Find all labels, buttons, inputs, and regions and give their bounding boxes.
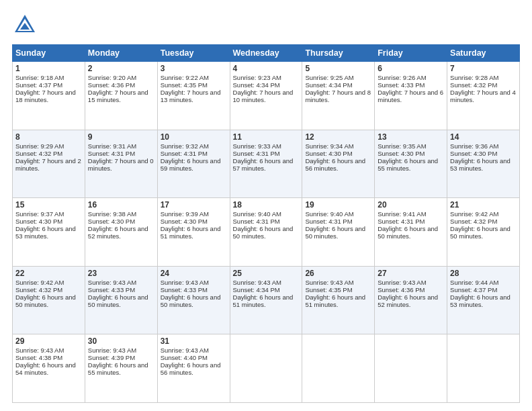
calendar-day-cell: 5Sunrise: 9:25 AMSunset: 4:34 PMDaylight… xyxy=(302,62,375,130)
day-number: 15 xyxy=(15,200,82,210)
calendar-day-cell: 2Sunrise: 9:20 AMSunset: 4:36 PMDaylight… xyxy=(85,62,157,130)
calendar-day-cell: 24Sunrise: 9:43 AMSunset: 4:33 PMDayligh… xyxy=(157,266,230,334)
daylight-text: Daylight: 6 hours and 54 minutes. xyxy=(15,361,76,376)
sunset-text: Sunset: 4:40 PM xyxy=(161,354,208,361)
daylight-text: Daylight: 6 hours and 55 minutes. xyxy=(88,361,148,376)
day-number: 8 xyxy=(15,132,82,142)
calendar-day-cell: 30Sunrise: 9:43 AMSunset: 4:39 PMDayligh… xyxy=(85,334,157,403)
weekday-header: Wednesday xyxy=(230,45,302,62)
header-row: SundayMondayTuesdayWednesdayThursdayFrid… xyxy=(13,45,520,62)
sunrise-text: Sunrise: 9:39 AM xyxy=(161,210,209,218)
sunset-text: Sunset: 4:35 PM xyxy=(161,81,208,89)
day-number: 29 xyxy=(15,336,82,346)
calendar-day-cell: 26Sunrise: 9:43 AMSunset: 4:35 PMDayligh… xyxy=(302,266,375,334)
daylight-text: Daylight: 7 hours and 8 minutes. xyxy=(305,89,371,103)
sunset-text: Sunset: 4:36 PM xyxy=(88,81,135,89)
sunrise-text: Sunrise: 9:43 AM xyxy=(15,347,64,354)
day-number: 20 xyxy=(378,200,444,210)
sunset-text: Sunset: 4:37 PM xyxy=(15,81,62,89)
calendar-day-cell: 17Sunrise: 9:39 AMSunset: 4:30 PMDayligh… xyxy=(157,198,230,267)
daylight-text: Daylight: 6 hours and 51 minutes. xyxy=(233,293,294,308)
sunset-text: Sunset: 4:34 PM xyxy=(233,286,280,293)
day-number: 9 xyxy=(88,132,154,142)
weekday-header: Friday xyxy=(375,45,447,62)
daylight-text: Daylight: 6 hours and 52 minutes. xyxy=(378,293,438,308)
calendar-day-cell: 28Sunrise: 9:44 AMSunset: 4:37 PMDayligh… xyxy=(447,266,520,334)
logo xyxy=(12,12,40,38)
page: SundayMondayTuesdayWednesdayThursdayFrid… xyxy=(0,0,532,411)
sunset-text: Sunset: 4:39 PM xyxy=(88,354,135,361)
daylight-text: Daylight: 6 hours and 51 minutes. xyxy=(161,225,221,240)
daylight-text: Daylight: 7 hours and 4 minutes. xyxy=(450,89,516,103)
sunset-text: Sunset: 4:38 PM xyxy=(15,354,62,361)
calendar-day-cell xyxy=(375,334,447,403)
calendar-day-cell: 31Sunrise: 9:43 AMSunset: 4:40 PMDayligh… xyxy=(157,334,230,403)
sunset-text: Sunset: 4:32 PM xyxy=(15,150,62,157)
sunset-text: Sunset: 4:34 PM xyxy=(233,81,280,89)
logo-icon xyxy=(12,12,38,38)
sunset-text: Sunset: 4:37 PM xyxy=(450,286,497,293)
sunrise-text: Sunrise: 9:35 AM xyxy=(378,142,426,150)
calendar-day-cell: 3Sunrise: 9:22 AMSunset: 4:35 PMDaylight… xyxy=(157,62,230,130)
calendar-table: SundayMondayTuesdayWednesdayThursdayFrid… xyxy=(12,44,520,403)
calendar-week-row: 15Sunrise: 9:37 AMSunset: 4:30 PMDayligh… xyxy=(13,198,520,267)
day-number: 2 xyxy=(88,64,154,73)
daylight-text: Daylight: 7 hours and 18 minutes. xyxy=(15,89,76,103)
calendar-day-cell: 27Sunrise: 9:43 AMSunset: 4:36 PMDayligh… xyxy=(375,266,447,334)
sunset-text: Sunset: 4:36 PM xyxy=(378,286,425,293)
calendar-day-cell xyxy=(302,334,375,403)
sunrise-text: Sunrise: 9:43 AM xyxy=(233,279,281,286)
sunset-text: Sunset: 4:32 PM xyxy=(450,218,497,225)
daylight-text: Daylight: 6 hours and 57 minutes. xyxy=(233,157,294,172)
sunset-text: Sunset: 4:32 PM xyxy=(15,286,62,293)
calendar-day-cell: 20Sunrise: 9:41 AMSunset: 4:31 PMDayligh… xyxy=(375,198,447,267)
day-number: 23 xyxy=(88,269,154,278)
day-number: 10 xyxy=(161,132,227,142)
daylight-text: Daylight: 7 hours and 6 minutes. xyxy=(378,89,443,103)
daylight-text: Daylight: 7 hours and 0 minutes. xyxy=(88,157,154,172)
sunrise-text: Sunrise: 9:43 AM xyxy=(88,279,136,286)
daylight-text: Daylight: 6 hours and 53 minutes. xyxy=(15,225,76,240)
sunrise-text: Sunrise: 9:37 AM xyxy=(15,210,64,218)
calendar-day-cell: 21Sunrise: 9:42 AMSunset: 4:32 PMDayligh… xyxy=(447,198,520,267)
sunset-text: Sunset: 4:30 PM xyxy=(15,218,62,225)
calendar-day-cell: 8Sunrise: 9:29 AMSunset: 4:32 PMDaylight… xyxy=(13,130,85,198)
day-number: 28 xyxy=(450,269,517,278)
daylight-text: Daylight: 7 hours and 13 minutes. xyxy=(161,89,221,103)
sunrise-text: Sunrise: 9:25 AM xyxy=(305,74,353,81)
calendar-day-cell: 6Sunrise: 9:26 AMSunset: 4:33 PMDaylight… xyxy=(375,62,447,130)
weekday-header: Saturday xyxy=(447,45,520,62)
calendar-day-cell: 12Sunrise: 9:34 AMSunset: 4:30 PMDayligh… xyxy=(302,130,375,198)
sunrise-text: Sunrise: 9:18 AM xyxy=(15,74,64,81)
sunrise-text: Sunrise: 9:23 AM xyxy=(233,74,281,81)
calendar-day-cell xyxy=(447,334,520,403)
sunrise-text: Sunrise: 9:38 AM xyxy=(88,210,136,218)
sunset-text: Sunset: 4:31 PM xyxy=(305,218,352,225)
sunset-text: Sunset: 4:30 PM xyxy=(378,150,425,157)
sunset-text: Sunset: 4:31 PM xyxy=(233,150,280,157)
calendar-day-cell: 4Sunrise: 9:23 AMSunset: 4:34 PMDaylight… xyxy=(230,62,302,130)
weekday-header: Sunday xyxy=(13,45,85,62)
weekday-header: Monday xyxy=(85,45,157,62)
day-number: 24 xyxy=(161,269,227,278)
sunrise-text: Sunrise: 9:22 AM xyxy=(161,74,209,81)
sunset-text: Sunset: 4:30 PM xyxy=(161,218,208,225)
calendar-day-cell: 14Sunrise: 9:36 AMSunset: 4:30 PMDayligh… xyxy=(447,130,520,198)
calendar-day-cell: 15Sunrise: 9:37 AMSunset: 4:30 PMDayligh… xyxy=(13,198,85,267)
daylight-text: Daylight: 6 hours and 56 minutes. xyxy=(161,361,221,376)
calendar-day-cell: 9Sunrise: 9:31 AMSunset: 4:31 PMDaylight… xyxy=(85,130,157,198)
sunrise-text: Sunrise: 9:29 AM xyxy=(15,142,64,150)
weekday-header: Tuesday xyxy=(157,45,230,62)
daylight-text: Daylight: 6 hours and 53 minutes. xyxy=(450,157,511,172)
daylight-text: Daylight: 6 hours and 59 minutes. xyxy=(161,157,221,172)
calendar-day-cell xyxy=(230,334,302,403)
sunrise-text: Sunrise: 9:43 AM xyxy=(305,279,353,286)
sunset-text: Sunset: 4:31 PM xyxy=(161,150,208,157)
day-number: 14 xyxy=(450,132,517,142)
sunset-text: Sunset: 4:30 PM xyxy=(88,218,135,225)
calendar-day-cell: 11Sunrise: 9:33 AMSunset: 4:31 PMDayligh… xyxy=(230,130,302,198)
calendar-week-row: 29Sunrise: 9:43 AMSunset: 4:38 PMDayligh… xyxy=(13,334,520,403)
day-number: 6 xyxy=(378,64,444,73)
daylight-text: Daylight: 6 hours and 52 minutes. xyxy=(88,225,148,240)
day-number: 3 xyxy=(161,64,227,73)
